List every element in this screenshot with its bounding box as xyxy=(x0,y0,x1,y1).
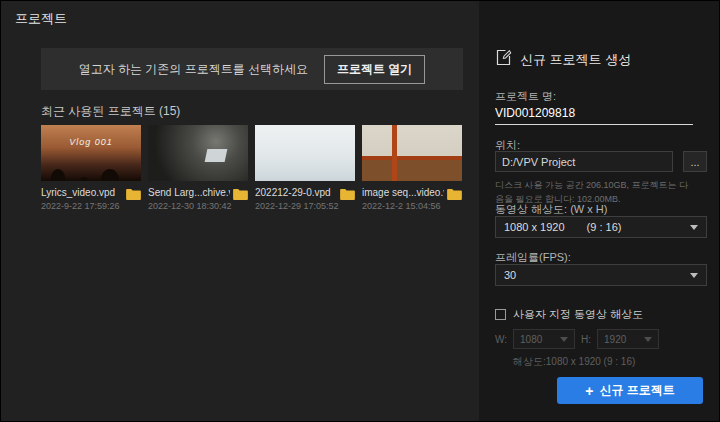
create-project-button[interactable]: + 신규 프로젝트 xyxy=(557,377,703,404)
project-date: 2022-9-22 17:59:26 xyxy=(41,201,141,211)
project-thumbnail xyxy=(148,125,248,181)
open-project-message: 열고자 하는 기존의 프로젝트를 선택하세요 xyxy=(79,61,308,78)
checkbox-icon[interactable] xyxy=(495,309,506,320)
fps-select[interactable]: 30 xyxy=(495,264,707,286)
fps-value: 30 xyxy=(504,269,516,281)
folder-icon[interactable] xyxy=(340,186,355,198)
recent-project-item[interactable]: image seq...video.vpd 2022-12-2 15:04:56 xyxy=(362,125,462,211)
resolution-select[interactable]: 1080 x 1920 (9 : 16) xyxy=(495,216,707,238)
resolution-label: 동영상 해상도: (W x H) xyxy=(495,202,607,217)
recent-project-item[interactable]: Send Larg...chive.vpd 2022-12-30 18:30:4… xyxy=(148,125,248,211)
project-thumbnail xyxy=(362,125,462,181)
project-name-input[interactable] xyxy=(495,104,693,125)
screen-decoration xyxy=(205,149,228,162)
custom-height-select[interactable]: 1920 xyxy=(597,329,659,349)
new-project-title: 신규 프로젝트 생성 xyxy=(520,51,631,69)
project-name-label: 프로젝트 명: xyxy=(495,89,556,104)
folder-icon[interactable] xyxy=(126,186,141,198)
thumbnail-overlay-text: Vlog 001 xyxy=(41,137,141,147)
recent-projects-heading: 최근 사용된 프로젝트 (15) xyxy=(41,103,180,120)
new-project-panel: 신규 프로젝트 생성 프로젝트 명: 위치: ... 디스크 사용 가능 공간 … xyxy=(479,1,720,422)
project-date: 2022-12-30 18:30:42 xyxy=(148,201,248,211)
chevron-down-icon xyxy=(690,225,698,230)
project-date: 2022-12-29 17:05:52 xyxy=(255,201,355,211)
project-date: 2022-12-2 15:04:56 xyxy=(362,201,462,211)
chevron-down-icon xyxy=(690,273,698,278)
custom-resolution-checkbox-row[interactable]: 사용자 지정 동영상 해상도 xyxy=(495,307,643,322)
dialog-title: 프로젝트 xyxy=(15,10,67,28)
custom-resolution-summary: 해상도:1080 x 1920 (9 : 16) xyxy=(513,355,635,369)
recent-project-item[interactable]: Vlog 001 Lyrics_video.vpd 2022-9-22 17:5… xyxy=(41,125,141,211)
recent-project-item[interactable]: 202212-29-0.vpd 2022-12-29 17:05:52 xyxy=(255,125,355,211)
new-project-header: 신규 프로젝트 생성 xyxy=(495,49,631,70)
browse-button[interactable]: ... xyxy=(683,151,707,172)
open-project-button[interactable]: 프로젝트 열기 xyxy=(324,55,425,84)
chevron-down-icon xyxy=(644,337,652,342)
project-filename: Lyrics_video.vpd xyxy=(41,187,115,198)
custom-height-label: H: xyxy=(581,334,591,345)
new-project-icon xyxy=(495,49,512,70)
folder-icon[interactable] xyxy=(447,186,462,198)
project-thumbnail xyxy=(255,125,355,181)
custom-height-value: 1920 xyxy=(604,334,626,345)
location-input[interactable] xyxy=(495,151,673,172)
open-project-banner: 열고자 하는 기존의 프로젝트를 선택하세요 프로젝트 열기 xyxy=(41,48,463,90)
create-project-label: 신규 프로젝트 xyxy=(599,382,674,399)
project-filename: 202212-29-0.vpd xyxy=(255,187,331,198)
plus-icon: + xyxy=(585,384,593,398)
custom-width-value: 1080 xyxy=(520,334,542,345)
folder-icon[interactable] xyxy=(233,186,248,198)
project-filename: image seq...video.vpd xyxy=(362,187,444,198)
resolution-value: 1080 x 1920 xyxy=(504,221,565,233)
resolution-ratio: (9 : 16) xyxy=(587,221,622,233)
custom-width-select[interactable]: 1080 xyxy=(513,329,575,349)
recent-projects-list: Vlog 001 Lyrics_video.vpd 2022-9-22 17:5… xyxy=(41,125,462,211)
silhouette-decoration xyxy=(51,169,65,181)
project-filename: Send Larg...chive.vpd xyxy=(148,187,230,198)
project-dialog: 프로젝트 ✕ 열고자 하는 기존의 프로젝트를 선택하세요 프로젝트 열기 최근… xyxy=(0,0,720,422)
custom-width-label: W: xyxy=(495,334,507,345)
fps-label: 프레임률(FPS): xyxy=(495,250,571,265)
custom-size-row: W: 1080 H: 1920 xyxy=(495,329,659,349)
custom-resolution-checkbox-label: 사용자 지정 동영상 해상도 xyxy=(513,307,643,322)
project-thumbnail: Vlog 001 xyxy=(41,125,141,181)
chevron-down-icon xyxy=(560,337,568,342)
